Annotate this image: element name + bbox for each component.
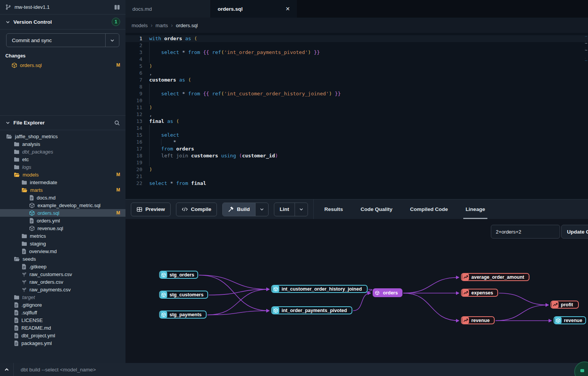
tab-docs-md[interactable]: docs.md — [125, 0, 211, 18]
tree-item-jaffle-shop-metrics[interactable]: jaffle_shop_metrics — [0, 132, 125, 140]
breadcrumb-item[interactable]: marts — [156, 23, 168, 28]
lineage-node-orders[interactable]: orders — [373, 288, 402, 297]
lineage-node-expenses[interactable]: expenses — [461, 289, 498, 297]
tree-item-metrics[interactable]: metrics — [0, 232, 125, 240]
commit-dropdown-button[interactable] — [105, 34, 119, 47]
lineage-node-revenue_metric[interactable]: revenue — [461, 316, 495, 324]
tree-item-label: metrics — [30, 233, 120, 239]
tree-item-orders-sql[interactable]: orders.sqlM — [0, 209, 125, 217]
branch-row[interactable]: mw-test-idev1.1 — [0, 0, 125, 15]
preview-button[interactable]: Preview — [131, 203, 171, 216]
compile-button[interactable]: Compile — [176, 203, 217, 216]
line-number: 1 — [125, 35, 142, 42]
build-button[interactable]: Build — [223, 203, 255, 216]
tree-item-models[interactable]: modelsM — [0, 171, 125, 178]
tree-item-raw-orders-csv[interactable]: raw_orders.csv — [0, 278, 125, 286]
code-line-1: 1with orders as ( — [125, 35, 588, 42]
lineage-node-stg_payments[interactable]: stg_payments — [159, 311, 207, 319]
lineage-edge-stg_orders-to-int_customer_order_history_joined — [199, 275, 269, 289]
tree-item-intermediate[interactable]: intermediate — [0, 178, 125, 186]
grid-icon — [137, 207, 142, 212]
code-line-2: 2 — [125, 42, 588, 49]
lineage-node-profit[interactable]: profit — [551, 301, 579, 309]
tree-item-seeds[interactable]: seeds — [0, 255, 125, 263]
sidebar: mw-test-idev1.1 Version Control 1 Commit… — [0, 0, 125, 363]
lineage-node-int_order_payments_pivoted[interactable]: int_order_payments_pivoted — [271, 306, 352, 314]
tree-item-target[interactable]: target — [0, 293, 125, 301]
tree-item-analysis[interactable]: analysis — [0, 140, 125, 148]
breadcrumb-item[interactable]: models — [132, 23, 148, 28]
code-line-3: 3 select * from {{ ref('int_order_paymen… — [125, 49, 588, 56]
dbt-ide-window: mw-test-idev1.1 Version Control 1 Commit… — [0, 0, 588, 376]
tree-item-logs[interactable]: logs — [0, 163, 125, 171]
tree-item-packages-yml[interactable]: packages.yml — [0, 339, 125, 347]
command-input[interactable] — [14, 363, 588, 376]
tab-compiled-code[interactable]: Compiled Code — [410, 199, 448, 219]
tab-orders-sql[interactable]: orders.sql ✕ — [211, 0, 297, 18]
lineage-node-stg_orders[interactable]: stg_orders — [159, 271, 198, 279]
tree-item-marts[interactable]: martsM — [0, 186, 125, 194]
trend-icon — [462, 317, 469, 324]
build-dropdown-button[interactable] — [255, 203, 268, 216]
node-label: expenses — [469, 290, 496, 296]
tree-item-orders-yml[interactable]: orders.yml — [0, 217, 125, 224]
update-graph-button[interactable]: Update Graph — [561, 225, 588, 239]
lineage-node-int_customer_order_history_joined[interactable]: int_customer_order_history_joined — [271, 285, 368, 293]
close-icon[interactable]: ✕ — [276, 6, 290, 12]
columns-icon[interactable] — [114, 5, 120, 10]
lineage-node-stg_customers[interactable]: stg_customers — [159, 291, 208, 299]
tree-item-label: seeds — [23, 256, 120, 262]
tree-item-overview-md[interactable]: overview.md — [0, 247, 125, 255]
chevron-up-icon[interactable] — [0, 363, 14, 376]
file-icon — [14, 325, 19, 331]
tree-item-staging[interactable]: staging — [0, 240, 125, 247]
commit-and-sync-button[interactable]: Commit and sync — [6, 33, 119, 47]
lineage-node-average_order_amount[interactable]: average_order_amount — [461, 273, 529, 281]
code-editor[interactable]: 1with orders as (23 select * from {{ ref… — [125, 33, 588, 199]
version-control-header[interactable]: Version Control 1 — [0, 15, 125, 29]
file-explorer-header[interactable]: File Explorer — [0, 115, 125, 130]
search-icon[interactable] — [114, 120, 120, 126]
lineage-filter-input[interactable] — [491, 225, 560, 239]
line-number: 5 — [125, 63, 142, 70]
tab-code-quality[interactable]: Code Quality — [361, 199, 393, 219]
line-number: 20 — [125, 166, 142, 173]
minimap[interactable]: with orders as ( select * from {{ ref('i… — [578, 36, 587, 61]
tree-item-label: dbt_packages — [22, 149, 120, 155]
tree-item-example-develop-metric-sql[interactable]: example_develop_metric.sql — [0, 201, 125, 209]
lineage-node-revenue_model[interactable]: revenue — [554, 316, 586, 324]
tree-item-raw-payments-csv[interactable]: raw_payments.csv — [0, 286, 125, 293]
tab-label: docs.md — [132, 6, 152, 12]
line-number: 7 — [125, 77, 142, 83]
tree-item-dbt-packages[interactable]: dbt_packages — [0, 148, 125, 155]
tree-item-license[interactable]: LICENSE — [0, 316, 125, 324]
code-line-8: 8 — [125, 83, 588, 90]
tree-item-docs-md[interactable]: docs.md — [0, 194, 125, 201]
editor-toolbar: Preview Compile B — [125, 199, 588, 219]
changed-file-row[interactable]: orders.sqlM — [0, 61, 125, 69]
trend-icon — [462, 274, 469, 280]
lint-button[interactable]: Lint — [274, 203, 295, 216]
tree-item-etc[interactable]: etc — [0, 155, 125, 163]
tree-item-raw-customers-csv[interactable]: raw_customers.csv — [0, 270, 125, 278]
changes-count-badge: 1 — [112, 18, 120, 26]
tree-item--gitkeep[interactable]: .gitkeep — [0, 263, 125, 270]
tree-item-dbt-project-yml[interactable]: dbt_project.yml — [0, 332, 125, 339]
tree-item-readme-md[interactable]: README.md — [0, 324, 125, 332]
file-tree: jaffle_shop_metricsanalysisdbt_packagese… — [0, 130, 125, 347]
tree-item-label: etc — [22, 157, 120, 162]
tab-lineage[interactable]: Lineage — [466, 199, 485, 219]
file-icon — [29, 218, 34, 224]
lint-dropdown-button[interactable] — [295, 203, 308, 216]
folder-icon — [14, 149, 20, 154]
tree-item-label: revenue.sql — [37, 226, 120, 231]
cube-icon — [29, 203, 35, 208]
tree-item--gitignore[interactable]: .gitignore — [0, 301, 125, 309]
folder-icon — [14, 142, 20, 147]
folder-icon — [14, 157, 20, 162]
tab-results[interactable]: Results — [324, 199, 343, 219]
lint-button-group: Lint — [274, 203, 308, 216]
tree-item-revenue-sql[interactable]: revenue.sql — [0, 224, 125, 232]
tree-item--sqlfluff[interactable]: .sqlfluff — [0, 309, 125, 316]
tree-item-label: analysis — [22, 141, 120, 147]
